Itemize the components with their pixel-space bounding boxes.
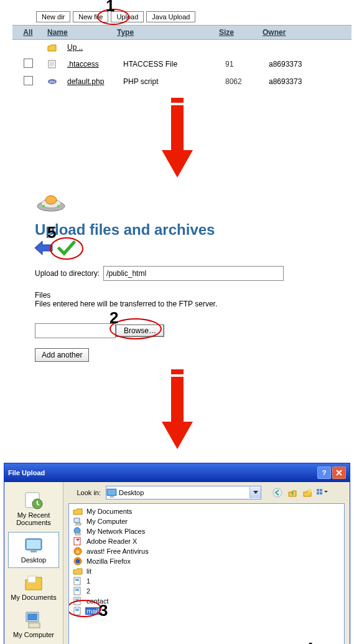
- chevron-down-icon[interactable]: [249, 487, 261, 498]
- svg-point-30: [308, 489, 312, 493]
- file-upload-dialog: File Upload ? My Recent Documents Deskto…: [4, 463, 350, 644]
- list-item[interactable]: contact: [73, 596, 340, 606]
- svg-point-9: [42, 205, 45, 207]
- new-file-button[interactable]: New file: [73, 11, 108, 22]
- col-type[interactable]: Type: [113, 26, 215, 39]
- svg-rect-3: [171, 98, 184, 103]
- nav-back-icon[interactable]: [271, 486, 284, 499]
- svg-marker-14: [162, 422, 193, 449]
- file-slot[interactable]: [35, 323, 116, 338]
- list-item-label: My Network Places: [85, 528, 146, 535]
- cell-type: HTACCESS File: [119, 59, 221, 70]
- down-arrow-icon: [161, 98, 194, 180]
- place-label: My Recent Documents: [9, 511, 58, 526]
- cell-type: PHP script: [119, 76, 221, 87]
- svg-point-43: [76, 559, 80, 563]
- row-checkbox[interactable]: [24, 76, 33, 85]
- svg-rect-20: [30, 551, 37, 552]
- place-label: Desktop: [9, 556, 58, 564]
- lookin-value: Desktop: [118, 489, 249, 496]
- table-row[interactable]: Up ..: [12, 40, 352, 55]
- table-row[interactable]: .htaccess HTACCESS File 91 a8693373: [12, 55, 352, 73]
- svg-rect-45: [75, 579, 79, 581]
- svg-rect-34: [320, 492, 322, 495]
- cell-size: 91: [221, 59, 265, 70]
- file-link[interactable]: .htaccess: [67, 60, 99, 69]
- fm-toolbar: New dir New file Upload Java Upload: [12, 10, 352, 25]
- confirm-check-icon[interactable]: [57, 240, 76, 257]
- list-item-label: lit: [85, 567, 93, 575]
- list-item[interactable]: 1: [73, 576, 340, 586]
- list-item[interactable]: 2: [73, 586, 340, 596]
- files-note: Files entered here will be transferred t…: [35, 300, 342, 308]
- list-item[interactable]: mail: [73, 606, 340, 616]
- place-mydocs[interactable]: My Documents: [8, 569, 59, 605]
- svg-rect-21: [28, 576, 35, 582]
- ufo-icon: [35, 210, 67, 217]
- place-recent[interactable]: My Recent Documents: [8, 487, 59, 531]
- list-item[interactable]: lit: [73, 566, 340, 576]
- svg-rect-0: [49, 60, 55, 68]
- upload-dir-input[interactable]: [103, 266, 284, 281]
- svg-rect-49: [75, 599, 79, 601]
- list-item-label: 1: [85, 577, 91, 585]
- list-item-label: 2: [85, 587, 91, 595]
- upload-dir-label: Upload to directory:: [35, 269, 100, 278]
- place-mycomp[interactable]: My Computer: [8, 607, 59, 643]
- list-item-label: My Computer: [85, 518, 129, 525]
- lookin-combo[interactable]: Desktop: [106, 486, 261, 500]
- svg-rect-47: [75, 589, 79, 591]
- cell-type: [119, 46, 221, 49]
- svg-marker-11: [35, 241, 52, 255]
- list-item[interactable]: My Documents: [73, 506, 340, 516]
- view-menu-icon[interactable]: [316, 486, 328, 499]
- cell-size: 8062: [221, 76, 265, 87]
- upload-button[interactable]: Upload: [111, 11, 144, 22]
- list-item[interactable]: My Network Places: [73, 526, 340, 536]
- svg-rect-13: [171, 377, 184, 422]
- php-icon: php: [47, 77, 57, 85]
- col-size[interactable]: Size: [215, 26, 259, 39]
- dialog-title: File Upload: [8, 469, 45, 476]
- fm-table-header: All Name Type Size Owner: [12, 25, 352, 40]
- file-link[interactable]: Up ..: [67, 43, 83, 52]
- table-row[interactable]: php default.php PHP script 8062 a8693373: [12, 73, 352, 90]
- svg-point-29: [273, 488, 282, 497]
- add-another-button[interactable]: Add another: [35, 348, 89, 362]
- svg-rect-33: [317, 492, 319, 495]
- help-button[interactable]: ?: [317, 466, 331, 479]
- lookin-label: Look in:: [68, 489, 101, 496]
- new-dir-button[interactable]: New dir: [36, 11, 70, 22]
- svg-rect-35: [74, 518, 80, 523]
- nav-up-icon[interactable]: [286, 486, 299, 499]
- file-listing[interactable]: My Documents My Computer My Network Plac…: [68, 503, 345, 644]
- cell-owner: a8693373: [265, 76, 341, 87]
- col-name[interactable]: Name: [44, 26, 113, 39]
- col-all[interactable]: All: [12, 26, 44, 39]
- svg-marker-5: [162, 150, 193, 178]
- place-desktop[interactable]: Desktop: [8, 532, 59, 568]
- list-item[interactable]: Adobe Reader X: [73, 536, 340, 546]
- row-checkbox[interactable]: [24, 59, 33, 68]
- list-item[interactable]: My Computer: [73, 516, 340, 526]
- list-item[interactable]: aavast! Free Antivirus: [73, 546, 340, 556]
- list-item-label: mail: [85, 607, 100, 615]
- list-item[interactable]: Mozilla Firefox: [73, 556, 340, 566]
- new-folder-icon[interactable]: [301, 486, 314, 499]
- svg-text:a: a: [77, 549, 80, 554]
- place-label: My Computer: [9, 631, 58, 638]
- svg-point-8: [45, 196, 57, 204]
- java-upload-button[interactable]: Java Upload: [146, 11, 195, 22]
- svg-text:?: ?: [322, 469, 327, 476]
- browse-button[interactable]: Browse…: [116, 324, 164, 337]
- down-arrow-icon: [161, 369, 194, 452]
- file-link[interactable]: default.php: [67, 77, 104, 86]
- svg-rect-19: [27, 540, 40, 549]
- col-owner[interactable]: Owner: [259, 26, 335, 39]
- svg-rect-24: [29, 623, 40, 628]
- svg-rect-36: [76, 523, 81, 525]
- back-arrow-icon[interactable]: [35, 240, 54, 257]
- close-button[interactable]: [332, 466, 346, 479]
- svg-rect-28: [110, 496, 114, 497]
- page-title: Upload files and archives: [35, 221, 342, 239]
